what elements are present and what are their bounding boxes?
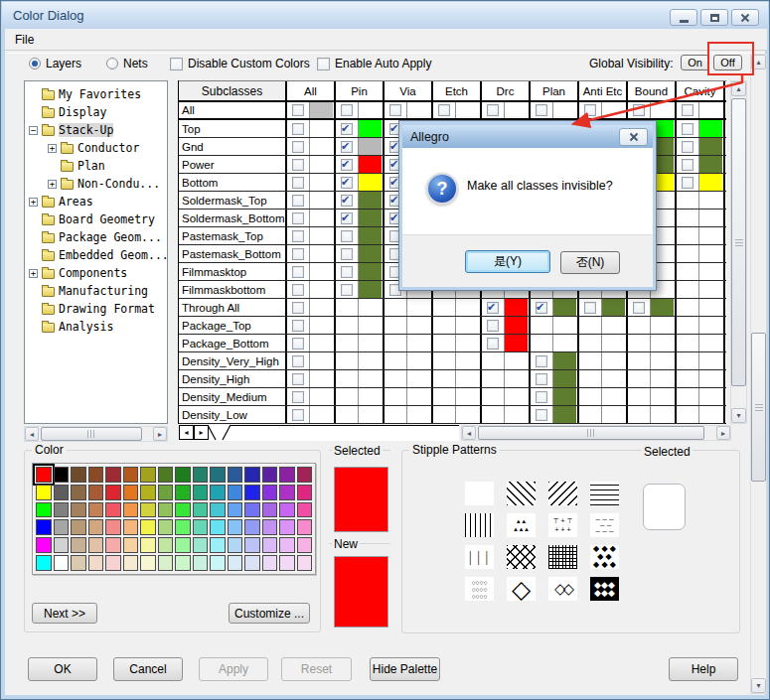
color-swatch[interactable] <box>123 537 139 553</box>
visibility-checkbox-cell[interactable] <box>287 120 310 137</box>
subclass-color-cell[interactable] <box>505 370 528 387</box>
visibility-checkbox-cell[interactable] <box>336 317 359 334</box>
visibility-checkbox-cell[interactable] <box>336 263 359 280</box>
visibility-checkbox[interactable] <box>341 284 353 296</box>
color-swatch[interactable] <box>105 502 121 518</box>
subclass-color-cell[interactable] <box>310 406 333 423</box>
visibility-checkbox-cell[interactable] <box>531 406 553 423</box>
visibility-checkbox-cell[interactable] <box>579 406 602 423</box>
stipple-swatch-circles[interactable]: ○○○○ ○○○○ ○○○○ <box>465 577 494 601</box>
subclass-color-cell[interactable] <box>359 138 382 155</box>
visibility-checkbox-cell[interactable] <box>531 352 553 369</box>
subclass-color-cell[interactable] <box>553 102 576 118</box>
stipple-swatch-diamonds[interactable]: ◆ ◆ ◆ ◆ ◆ ◆ ◆ ◆ <box>590 545 619 569</box>
nets-radio[interactable] <box>106 58 118 70</box>
subclass-color-cell[interactable] <box>651 406 674 423</box>
subclass-color-cell[interactable] <box>359 317 382 334</box>
yes-button[interactable]: 是(Y) <box>465 250 550 273</box>
subclass-color-cell[interactable] <box>505 317 528 334</box>
subclass-color-cell[interactable] <box>456 335 479 351</box>
color-swatch[interactable] <box>36 502 52 518</box>
visibility-checkbox[interactable] <box>292 284 304 296</box>
subclass-color-cell[interactable] <box>310 263 333 280</box>
color-swatch[interactable] <box>279 467 295 483</box>
visibility-checkbox-cell[interactable] <box>579 388 602 405</box>
minimize-button[interactable] <box>670 9 697 26</box>
color-swatch[interactable] <box>158 555 174 571</box>
color-swatch[interactable] <box>123 502 139 518</box>
tree-item[interactable]: Manufacturing <box>25 282 167 300</box>
stipple-swatch-triangles[interactable]: ▴ ▴ ▴ ▴ ▴ <box>507 513 536 537</box>
visibility-checkbox-cell[interactable] <box>677 299 699 316</box>
stipple-swatch-cross-diag[interactable] <box>507 545 536 569</box>
subclass-color-cell[interactable] <box>359 388 382 405</box>
visibility-checkbox[interactable] <box>292 177 304 189</box>
visibility-checkbox[interactable] <box>536 104 547 116</box>
stipple-swatch-grid[interactable] <box>548 545 577 569</box>
window-scroll-up-icon[interactable]: ▴ <box>751 55 766 70</box>
visibility-checkbox[interactable] <box>292 302 304 314</box>
color-swatch[interactable] <box>71 485 86 500</box>
visibility-checkbox[interactable] <box>682 123 693 135</box>
visibility-checkbox-cell[interactable] <box>287 406 310 423</box>
tree-item[interactable]: Embedded Geom... <box>25 246 167 264</box>
color-swatch[interactable] <box>71 502 86 518</box>
visibility-checkbox[interactable] <box>292 266 304 278</box>
color-swatch[interactable] <box>123 555 139 571</box>
visibility-checkbox-cell[interactable] <box>336 245 359 262</box>
visibility-checkbox-cell[interactable] <box>336 102 359 118</box>
visibility-checkbox-cell[interactable] <box>677 263 699 280</box>
color-swatch[interactable] <box>244 555 260 571</box>
subclass-color-cell[interactable] <box>359 210 382 226</box>
stipple-swatch-v-lines[interactable] <box>465 513 494 537</box>
visibility-checkbox-cell[interactable] <box>336 156 359 173</box>
color-swatch[interactable] <box>54 555 70 571</box>
visibility-checkbox-cell[interactable] <box>385 299 407 316</box>
color-swatch[interactable] <box>175 467 191 483</box>
visibility-checkbox[interactable] <box>341 248 353 260</box>
subclass-color-cell[interactable] <box>553 299 576 316</box>
visibility-checkbox-cell[interactable] <box>677 138 699 155</box>
visibility-checkbox-cell[interactable] <box>385 102 407 118</box>
visibility-checkbox[interactable] <box>341 195 353 207</box>
stipple-swatch-v-dashes[interactable]: | | | | | | <box>465 545 494 569</box>
subclass-color-cell[interactable] <box>407 388 430 405</box>
color-swatch[interactable] <box>279 485 295 500</box>
ok-button[interactable]: OK <box>28 657 97 681</box>
color-swatch[interactable] <box>262 485 278 500</box>
visibility-checkbox-cell[interactable] <box>433 370 456 387</box>
visibility-checkbox-cell[interactable] <box>336 192 359 209</box>
subclass-color-cell[interactable] <box>505 299 528 316</box>
color-swatch[interactable] <box>244 502 260 518</box>
visibility-checkbox[interactable] <box>682 177 693 189</box>
subclass-color-cell[interactable] <box>602 299 625 316</box>
visibility-checkbox-cell[interactable] <box>287 245 310 262</box>
stipple-swatch-plus-t[interactable]: ⊤ + ⊤ + + + <box>548 513 577 537</box>
visibility-checkbox[interactable] <box>341 177 353 189</box>
subclass-color-cell[interactable] <box>310 138 333 155</box>
color-swatch[interactable] <box>54 519 70 535</box>
color-swatch[interactable] <box>71 555 86 571</box>
subclass-color-cell[interactable] <box>505 406 528 423</box>
subclass-color-cell[interactable] <box>359 299 382 316</box>
visibility-checkbox-cell[interactable] <box>531 317 553 334</box>
visibility-checkbox-cell[interactable] <box>677 192 699 209</box>
color-swatch[interactable] <box>210 519 226 535</box>
subclass-color-cell[interactable] <box>407 370 430 387</box>
visibility-checkbox[interactable] <box>536 302 547 314</box>
visibility-checkbox[interactable] <box>584 104 596 116</box>
visibility-checkbox[interactable] <box>292 123 304 135</box>
subclass-color-cell[interactable] <box>456 299 479 316</box>
visibility-checkbox-cell[interactable] <box>531 335 553 351</box>
visibility-checkbox[interactable] <box>292 373 304 385</box>
visibility-checkbox-cell[interactable] <box>433 335 456 351</box>
subclass-color-cell[interactable] <box>407 406 430 423</box>
cancel-button[interactable]: Cancel <box>113 657 183 681</box>
subclass-color-cell[interactable] <box>407 317 430 334</box>
color-swatch[interactable] <box>140 485 156 500</box>
subclass-color-cell[interactable] <box>602 102 625 118</box>
subclass-color-cell[interactable] <box>407 102 430 118</box>
stipple-swatch-h-lines[interactable] <box>590 482 619 505</box>
subclass-color-cell[interactable] <box>456 370 479 387</box>
color-swatch[interactable] <box>36 537 52 553</box>
